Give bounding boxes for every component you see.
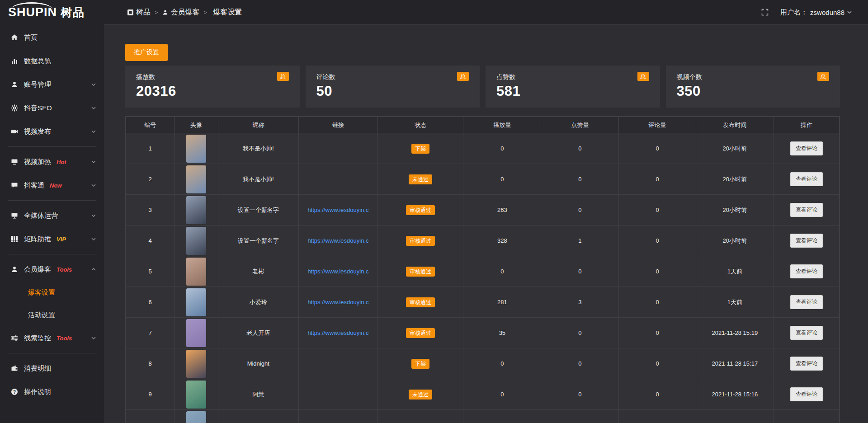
col-header-status: 状态 xyxy=(378,117,463,133)
chat-icon xyxy=(11,182,18,189)
cell-link: https://www.iesdouyin.c xyxy=(298,318,377,348)
cell-comments: 0 xyxy=(619,226,696,256)
sidebar-item-video-heat[interactable]: 视频加热 Hot xyxy=(0,150,104,174)
cell-link xyxy=(298,164,377,195)
cell-comments: 0 xyxy=(619,287,696,318)
stat-label: 播放数 xyxy=(136,73,289,81)
cell-plays: 328 xyxy=(463,226,541,256)
video-link[interactable]: https://www.iesdouyin.c xyxy=(299,329,377,336)
gear-icon xyxy=(11,104,18,112)
video-link[interactable]: https://www.iesdouyin.c xyxy=(299,207,377,213)
user-menu[interactable]: 用户名：zswodun88 xyxy=(780,8,852,17)
cell-likes: 1 xyxy=(541,226,619,256)
avatar xyxy=(186,319,206,347)
sidebar-item-label: 全媒体运营 xyxy=(24,212,58,220)
sidebar-divider xyxy=(8,254,96,254)
status-badge: 下架 xyxy=(411,359,429,369)
wallet-icon xyxy=(11,365,18,372)
cell-link xyxy=(298,379,377,410)
sidebar-item-douyin-seo[interactable]: 抖音SEO xyxy=(0,96,104,120)
cell-comments: 0 xyxy=(619,164,696,195)
cell-id: 5 xyxy=(126,256,175,287)
breadcrumb-member-baoke[interactable]: 会员爆客 xyxy=(162,8,200,17)
app-logo[interactable]: SHUPIN 树品 xyxy=(0,0,104,25)
cell-likes: 0 xyxy=(541,164,619,195)
view-comments-button[interactable]: 查看评论 xyxy=(790,295,823,309)
sidebar-subitem-baoke-settings[interactable]: 爆客设置 xyxy=(0,281,104,304)
cell-nickname: 我不是小帅! xyxy=(218,133,298,164)
sidebar-divider xyxy=(8,200,96,201)
cell-actions: 查看评论 xyxy=(774,164,839,195)
cell-actions xyxy=(774,410,839,423)
view-comments-button[interactable]: 查看评论 xyxy=(790,264,823,278)
col-header-id: 编号 xyxy=(126,117,175,133)
cell-comments: 0 xyxy=(619,348,696,379)
cell-likes: 3 xyxy=(541,287,619,318)
video-link[interactable]: https://www.iesdouyin.c xyxy=(299,268,377,275)
table-row: 5 老彬 https://www.iesdouyin.c 审核通过 0 0 0 … xyxy=(126,256,840,287)
sidebar-item-omnimedia[interactable]: 全媒体运营 xyxy=(0,204,104,227)
cell-avatar xyxy=(175,133,218,164)
sliders-icon xyxy=(11,334,18,342)
table-body: 1 我不是小帅! 下架 0 0 0 20小时前 查看评论 2 我不是小帅! 未通… xyxy=(126,133,840,423)
chevron-down-icon xyxy=(91,214,96,217)
logo-arc xyxy=(11,2,52,9)
cell-publish-time: 2021-11-28 15:17 xyxy=(696,348,774,379)
fullscreen-icon[interactable] xyxy=(761,9,769,16)
chevron-down-icon xyxy=(91,130,96,133)
cell-id: 7 xyxy=(126,318,175,348)
sidebar-item-label: 视频加热 xyxy=(24,158,51,166)
cell-actions: 查看评论 xyxy=(774,318,839,348)
view-comments-button[interactable]: 查看评论 xyxy=(790,234,823,248)
cell-id: 9 xyxy=(126,379,175,410)
sidebar-divider xyxy=(8,146,96,147)
new-tag: New xyxy=(50,182,62,189)
sidebar-subitem-label: 活动设置 xyxy=(28,311,55,320)
avatar xyxy=(186,135,206,163)
sidebar-item-label: 矩阵助推 xyxy=(24,235,51,244)
logo-wordmark: SHUPIN xyxy=(8,6,57,19)
sidebar-item-douketong[interactable]: 抖客通 New xyxy=(0,174,104,197)
stat-value: 581 xyxy=(496,83,649,99)
cell-avatar xyxy=(175,287,218,318)
cell-publish-time: 2021-11-28 15:16 xyxy=(696,379,774,410)
sidebar-item-video-publish[interactable]: 视频发布 xyxy=(0,120,104,143)
sidebar-item-instructions[interactable]: ? 操作说明 xyxy=(0,380,104,404)
sidebar-item-matrix-boost[interactable]: 矩阵助推 VIP xyxy=(0,227,104,251)
view-comments-button[interactable]: 查看评论 xyxy=(790,141,823,155)
sidebar-item-lead-monitor[interactable]: 线索监控 Tools xyxy=(0,326,104,350)
sidebar-item-home[interactable]: 首页 xyxy=(0,26,104,49)
chevron-down-icon xyxy=(847,11,852,14)
breadcrumb-app[interactable]: 树品 xyxy=(127,8,151,17)
cell-nickname: 设置一个新名字 xyxy=(218,195,298,226)
view-comments-button[interactable]: 查看评论 xyxy=(790,326,823,340)
cell-plays: 0 xyxy=(463,256,541,287)
table-header-row: 编号 头像 昵称 链接 状态 播放量 点赞量 评论量 发布时间 操作 xyxy=(126,117,840,133)
total-badge: 总 xyxy=(457,72,469,81)
promo-settings-button[interactable]: 推广设置 xyxy=(125,44,168,61)
stat-value: 350 xyxy=(677,83,830,99)
view-comments-button[interactable]: 查看评论 xyxy=(790,387,823,401)
sidebar-subitem-activity-settings[interactable]: 活动设置 xyxy=(0,304,104,326)
sidebar-item-member-baoke[interactable]: 会员爆客 Tools xyxy=(0,258,104,281)
sidebar-item-spending-details[interactable]: 消费明细 xyxy=(0,357,104,380)
sidebar-item-account-mgmt[interactable]: 账号管理 xyxy=(0,73,104,96)
user-icon xyxy=(11,81,18,88)
video-link[interactable]: https://www.iesdouyin.c xyxy=(299,237,377,244)
home-icon xyxy=(11,34,18,41)
cell-avatar xyxy=(175,164,218,195)
view-comments-button[interactable]: 查看评论 xyxy=(790,357,823,371)
sidebar-item-label: 数据总览 xyxy=(24,57,51,66)
video-link[interactable]: https://www.iesdouyin.c xyxy=(299,299,377,306)
sidebar-item-data-overview[interactable]: 数据总览 xyxy=(0,49,104,73)
grid-icon xyxy=(11,235,18,243)
cell-nickname: 我不是小帅! xyxy=(218,164,298,195)
col-header-actions: 操作 xyxy=(774,117,839,133)
cell-avatar xyxy=(175,379,218,410)
view-comments-button[interactable]: 查看评论 xyxy=(790,203,823,217)
sidebar: SHUPIN 树品 首页 数据总览 账号管理 抖音SEO 视频发布 xyxy=(0,0,104,423)
table-row: 8 Midnight 下架 0 0 0 2021-11-28 15:17 查看评… xyxy=(126,348,840,379)
stat-card-comments: 评论数 50 总 xyxy=(306,66,480,108)
view-comments-button[interactable]: 查看评论 xyxy=(790,172,823,186)
cell-nickname: 老彬 xyxy=(218,256,298,287)
